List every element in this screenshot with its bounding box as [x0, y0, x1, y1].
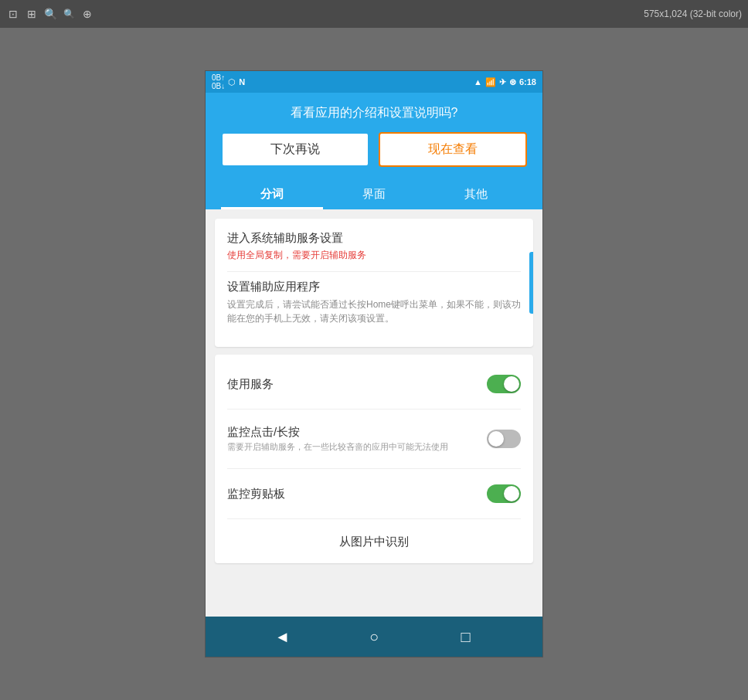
toggle-click-label: 监控点击/长按 — [227, 425, 487, 440]
divider-1 — [227, 271, 521, 272]
tab-fenci[interactable]: 分词 — [221, 179, 323, 209]
toolbar-icon-2[interactable]: ⊞ — [25, 7, 39, 21]
right-accent-bar — [529, 252, 533, 314]
toolbar-icon-zoom-in[interactable]: 🔍 — [43, 7, 57, 21]
tab-jiemian[interactable]: 界面 — [323, 179, 425, 209]
toolbar-resolution: 575x1,024 (32-bit color) — [644, 8, 742, 19]
toolbar-icon-1[interactable]: ⊡ — [6, 7, 20, 21]
toolbar: ⊡ ⊞ 🔍 🔍 ⊕ 575x1,024 (32-bit color) — [0, 0, 748, 28]
nav-home-button[interactable]: ○ — [360, 623, 388, 651]
assist-app-desc: 设置完成后，请尝试能否通过长按Home键呼出菜单，如果不能，则该功能在您的手机上… — [227, 297, 521, 325]
status-bar: 0B↑0B↓ ⬡ N ▲ 📶 ✈ ⊛ 6:18 — [206, 71, 542, 93]
card-toggles: 使用服务 监控点击/长按 需要开启辅助服务，在一些比较吝啬的应用中可能无法使用 — [215, 355, 533, 563]
status-bar-left: 0B↑0B↓ ⬡ N — [212, 73, 245, 90]
icon-signal: 📶 — [485, 77, 496, 87]
tabs: 分词 界面 其他 — [221, 179, 527, 209]
divider-2 — [227, 409, 521, 409]
toolbar-icon-zoom-out[interactable]: 🔍 — [62, 7, 76, 21]
accessibility-service-title: 进入系统辅助服务设置 — [227, 231, 521, 246]
toggle-service-switch[interactable] — [487, 375, 521, 393]
status-bar-right: ▲ 📶 ✈ ⊛ 6:18 — [474, 77, 536, 87]
action-recognize-image[interactable]: 从图片中识别 — [227, 527, 521, 551]
toggle-row-click: 监控点击/长按 需要开启辅助服务，在一些比较吝啬的应用中可能无法使用 — [227, 417, 521, 460]
nav-back-button[interactable]: ◄ — [268, 623, 296, 651]
toggle-click-sublabel: 需要开启辅助服务，在一些比较吝啬的应用中可能无法使用 — [227, 441, 487, 453]
card-accessibility: 进入系统辅助服务设置 使用全局复制，需要开启辅助服务 设置辅助应用程序 设置完成… — [215, 219, 533, 347]
status-time: 6:18 — [519, 77, 536, 87]
accessibility-service-subtitle: 使用全局复制，需要开启辅助服务 — [227, 249, 521, 262]
header-area: 看看应用的介绍和设置说明吗? 下次再说 现在查看 分词 界面 其他 — [206, 93, 542, 209]
icon-n: N — [239, 77, 245, 87]
toggle-clipboard-label: 监控剪贴板 — [227, 487, 487, 501]
toggle-row-service: 使用服务 — [227, 367, 521, 401]
nav-recent-button[interactable]: □ — [452, 623, 480, 651]
toggle-service-knob — [504, 376, 519, 392]
assist-app-title: 设置辅助应用程序 — [227, 280, 521, 294]
icon-cast: ⬡ — [228, 77, 236, 87]
divider-3 — [227, 468, 521, 469]
header-title: 看看应用的介绍和设置说明吗? — [221, 105, 527, 121]
toggle-clipboard-switch[interactable] — [487, 484, 521, 503]
toggle-row-clipboard: 监控剪贴板 — [227, 477, 521, 511]
tab-qita[interactable]: 其他 — [425, 179, 527, 209]
toggle-click-switch[interactable] — [487, 430, 521, 448]
btn-later[interactable]: 下次再说 — [221, 132, 369, 167]
icon-battery: ⊛ — [509, 77, 516, 87]
icon-transfer: 0B↑0B↓ — [212, 73, 225, 90]
toggle-click-knob — [488, 431, 504, 447]
btn-now[interactable]: 现在查看 — [379, 132, 527, 167]
phone-frame: 0B↑0B↓ ⬡ N ▲ 📶 ✈ ⊛ 6:18 看看应用的介绍和设置说明吗? 下… — [205, 70, 543, 658]
toggle-service-label-block: 使用服务 — [227, 377, 487, 392]
toggle-click-label-block: 监控点击/长按 需要开启辅助服务，在一些比较吝啬的应用中可能无法使用 — [227, 425, 487, 453]
toggle-clipboard-knob — [504, 486, 519, 501]
section-accessibility-service: 进入系统辅助服务设置 使用全局复制，需要开启辅助服务 — [227, 231, 521, 262]
nav-bar: ◄ ○ □ — [206, 617, 542, 657]
toolbar-icon-zoom-fit[interactable]: ⊕ — [80, 7, 94, 21]
toggle-clipboard-label-block: 监控剪贴板 — [227, 487, 487, 501]
toggle-service-label: 使用服务 — [227, 377, 487, 392]
header-buttons: 下次再说 现在查看 — [221, 132, 527, 167]
section-assist-app: 设置辅助应用程序 设置完成后，请尝试能否通过长按Home键呼出菜单，如果不能，则… — [227, 280, 521, 325]
icon-wifi: ▲ — [474, 77, 482, 87]
content-area: 进入系统辅助服务设置 使用全局复制，需要开启辅助服务 设置辅助应用程序 设置完成… — [206, 209, 542, 617]
icon-airplane: ✈ — [499, 77, 506, 87]
divider-4 — [227, 518, 521, 519]
